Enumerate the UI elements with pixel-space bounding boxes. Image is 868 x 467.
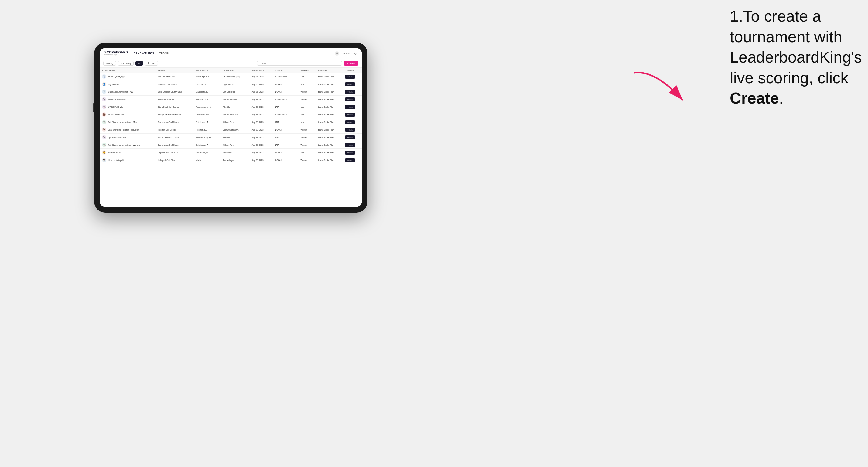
- cell-venue-6: Edmundson Golf Course: [155, 118, 193, 126]
- side-button: [93, 103, 94, 112]
- cell-start-date-6: Aug 28, 2023: [249, 118, 272, 126]
- edit-button-11[interactable]: ✏ Edit: [345, 158, 355, 162]
- team-icon-3: 🐄: [102, 97, 106, 101]
- cell-start-date-7: Aug 28, 2023: [249, 126, 272, 134]
- competing-button[interactable]: Competing: [118, 61, 134, 66]
- cell-start-date-9: Aug 28, 2023: [249, 141, 272, 149]
- cell-hosted-by-8: Pikeville: [220, 134, 249, 141]
- event-name-text-7: 2023 Women's Hesston Fall Kickoff: [108, 129, 139, 131]
- cell-venue-10: Cypress Hills Golf Club: [155, 149, 193, 156]
- annotation-text: 1.To create a tournament with Leaderboar…: [730, 6, 862, 109]
- cell-division-9: NAIA: [272, 141, 298, 149]
- table-row: 🐄 upike fall invitational StoneCrest Gol…: [100, 134, 362, 141]
- edit-button-2[interactable]: ✏ Edit: [345, 90, 355, 94]
- cell-event-name-10: 🦁 VU PREVIEW: [100, 149, 155, 156]
- cell-division-0: NCAA Division III: [272, 73, 298, 81]
- cell-scoring-0: team, Stroke Play: [315, 73, 342, 81]
- cell-start-date-3: Aug 28, 2023: [249, 96, 272, 103]
- cell-city-state-2: Galesburg, IL: [193, 88, 220, 96]
- tablet-screen: SCOREBOARD Powered by Clippi TOURNAMENTS…: [100, 48, 362, 207]
- team-icon-7: 🦅: [102, 127, 106, 132]
- cell-city-state-7: Hesston, KS: [193, 126, 220, 134]
- cell-actions-10: ✏ Edit: [343, 149, 362, 156]
- cell-venue-9: Edmundson Golf Course: [155, 141, 193, 149]
- cell-event-name-8: 🐄 upike fall invitational: [100, 134, 155, 141]
- edit-button-1[interactable]: ✏ Edit: [345, 82, 355, 86]
- cell-venue-3: Faribault Golf Club: [155, 96, 193, 103]
- table-row: 🐄 Maverick Invitational Faribault Golf C…: [100, 96, 362, 103]
- gear-icon[interactable]: ⚙: [335, 51, 339, 56]
- nav-right: ⚙ Test User Sign: [335, 51, 357, 56]
- search-input[interactable]: [257, 61, 342, 66]
- cell-city-state-5: Deerwood, MN: [193, 111, 220, 118]
- cell-venue-4: StoneCrest Golf Course: [155, 103, 193, 111]
- cell-division-2: NICAA I: [272, 88, 298, 96]
- tab-teams[interactable]: TEAMS: [159, 51, 169, 56]
- cell-gender-0: Men: [298, 73, 316, 81]
- event-name-text-8: upike fall invitational: [108, 136, 126, 138]
- events-table: EVENT NAME VENUE CITY, STATE HOSTED BY S…: [100, 68, 362, 164]
- cell-scoring-11: team, Stroke Play: [315, 156, 342, 164]
- cell-city-state-9: Oskaloosa, IA: [193, 141, 220, 149]
- cell-start-date-8: Aug 28, 2023: [249, 134, 272, 141]
- col-gender: GENDER: [298, 68, 316, 73]
- edit-button-6[interactable]: ✏ Edit: [345, 120, 355, 124]
- edit-button-5[interactable]: ✏ Edit: [345, 113, 355, 117]
- edit-button-7[interactable]: ✏ Edit: [345, 128, 355, 132]
- cell-event-name-9: 🐄 Fall Statesmen Invitational - Women: [100, 141, 155, 149]
- col-event-name: EVENT NAME: [100, 68, 155, 73]
- cell-actions-0: ✏ Edit: [343, 73, 362, 81]
- edit-button-8[interactable]: ✏ Edit: [345, 135, 355, 139]
- all-button[interactable]: All: [135, 61, 143, 66]
- edit-button-3[interactable]: ✏ Edit: [345, 97, 355, 101]
- cell-hosted-by-3: Minnesota State: [220, 96, 249, 103]
- create-button[interactable]: + Create: [344, 61, 359, 66]
- team-icon-4: 🐄: [102, 105, 106, 109]
- event-name-text-2: Carl Sandburg Women FA23: [108, 91, 133, 93]
- cell-city-state-10: Vincennes, IN: [193, 149, 220, 156]
- cell-division-11: NICAA I: [272, 156, 298, 164]
- edit-button-0[interactable]: ✏ Edit: [345, 75, 355, 79]
- col-division: DIVISION: [272, 68, 298, 73]
- logo-sub: Powered by Clippi: [104, 54, 128, 56]
- cell-scoring-5: team, Stroke Play: [315, 111, 342, 118]
- cell-actions-6: ✏ Edit: [343, 118, 362, 126]
- cell-actions-3: ✏ Edit: [343, 96, 362, 103]
- tab-tournaments[interactable]: TOURNAMENTS: [134, 51, 155, 56]
- col-city-state: CITY, STATE: [193, 68, 220, 73]
- edit-button-4[interactable]: ✏ Edit: [345, 105, 355, 109]
- cell-actions-5: ✏ Edit: [343, 111, 362, 118]
- cell-start-date-1: Aug 25, 2023: [249, 81, 272, 88]
- team-icon-2: 🏌: [102, 90, 106, 94]
- cell-event-name-5: 🐻 Morris Invitational: [100, 111, 155, 118]
- cell-venue-1: Park Hills Golf Course: [155, 81, 193, 88]
- cell-city-state-11: Marion, IL: [193, 156, 220, 164]
- cell-actions-1: ✏ Edit: [343, 81, 362, 88]
- filter-button[interactable]: ☰ Filter: [145, 61, 158, 66]
- team-icon-11: 🦅: [102, 158, 106, 162]
- cell-event-name-11: 🦅 Klash at Kokopelli: [100, 156, 155, 164]
- cell-city-state-6: Oskaloosa, IA: [193, 118, 220, 126]
- sign-in-label[interactable]: Sign: [353, 52, 357, 54]
- cell-gender-9: Women: [298, 141, 316, 149]
- hosting-button[interactable]: Hosting: [103, 61, 116, 66]
- table-row: 👤 Highland 36 Park Hills Golf Course Fre…: [100, 81, 362, 88]
- edit-button-10[interactable]: ✏ Edit: [345, 151, 355, 155]
- table-row: 🐻 Morris Invitational Ruttger's Bay Lake…: [100, 111, 362, 118]
- cell-gender-10: Men: [298, 149, 316, 156]
- table-header-row: EVENT NAME VENUE CITY, STATE HOSTED BY S…: [100, 68, 362, 73]
- user-label: Test User: [341, 52, 350, 54]
- cell-gender-8: Women: [298, 134, 316, 141]
- cell-gender-11: Women: [298, 156, 316, 164]
- cell-city-state-4: Prestonsburg, KY: [193, 103, 220, 111]
- cell-scoring-10: team, Stroke Play: [315, 149, 342, 156]
- cell-actions-7: ✏ Edit: [343, 126, 362, 134]
- cell-event-name-2: 🏌 Carl Sandburg Women FA23: [100, 88, 155, 96]
- filter-icon: ☰: [148, 62, 149, 64]
- event-name-text-0: MSMC Qualifying 1: [108, 75, 125, 78]
- cell-city-state-1: Freeport, IL: [193, 81, 220, 88]
- nav-tabs: TOURNAMENTS TEAMS: [134, 51, 329, 56]
- cell-scoring-4: team, Stroke Play: [315, 103, 342, 111]
- edit-button-9[interactable]: ✏ Edit: [345, 143, 355, 147]
- col-start-date: START DATE: [249, 68, 272, 73]
